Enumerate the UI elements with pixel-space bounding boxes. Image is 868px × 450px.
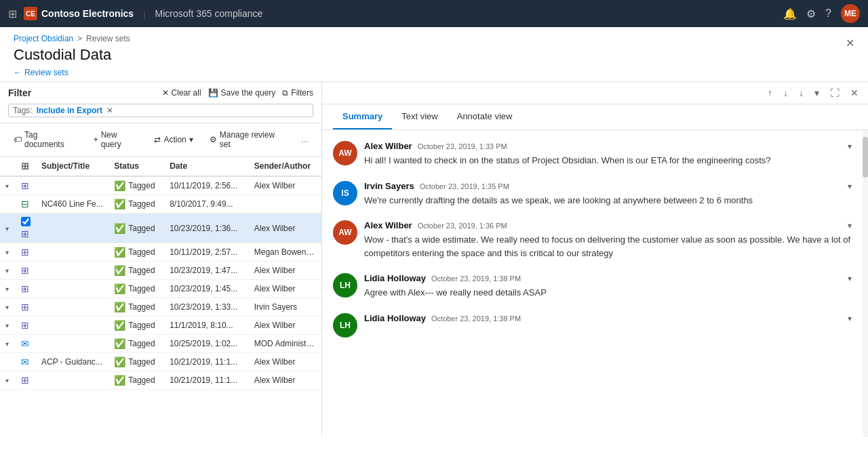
status-icon: ✅ xyxy=(114,375,125,386)
settings-icon[interactable]: ⚙ xyxy=(806,7,816,20)
col-subject[interactable]: Subject/Title xyxy=(36,157,108,176)
sender-cell: Alex Wilber xyxy=(249,213,321,243)
filter-tag-close-button[interactable]: ✕ xyxy=(106,106,113,115)
subject-cell xyxy=(36,335,108,353)
manage-review-button[interactable]: ⚙ Manage review set xyxy=(204,127,290,152)
action-label: Action xyxy=(163,135,186,144)
status-cell: ✅ Tagged xyxy=(108,213,164,243)
clear-all-button[interactable]: ✕ Clear all xyxy=(162,88,201,98)
sender-cell: Alex Wilber xyxy=(249,280,321,298)
tab-annotate-view[interactable]: Annotate view xyxy=(448,104,522,129)
table-row[interactable]: ▾ ⊞ ✅ Tagged 10/11/2019, 2:56... Alex Wi… xyxy=(0,176,321,195)
message-sender: Lidia Holloway xyxy=(364,313,426,323)
status-cell: ✅ Tagged xyxy=(108,316,164,335)
top-navigation: ⊞ CE Contoso Electronics | Microsoft 365… xyxy=(0,0,868,27)
table-row[interactable]: ▾ ⊞ ✅ Tagged 10/23/2019, 1:45... Alex Wi… xyxy=(0,280,321,298)
sender-cell: Alex Wilber xyxy=(249,316,321,335)
filters-button[interactable]: ⧉ Filters xyxy=(282,88,313,98)
message-expand-button[interactable]: ▾ xyxy=(848,314,852,323)
back-button[interactable]: ← Review sets xyxy=(14,68,130,77)
next-item-button[interactable]: ↓ xyxy=(781,86,791,100)
table-row[interactable]: ▾ ⊞ ✅ Tagged 10/23/2019, 1:33... Irvin S… xyxy=(0,298,321,316)
tag-documents-label: Tag documents xyxy=(24,130,77,149)
status-icon: ✅ xyxy=(114,247,125,258)
sender-cell: Alex Wilber xyxy=(249,353,321,371)
col-sender[interactable]: Sender/Author xyxy=(249,157,321,176)
expand-button[interactable]: ⛶ xyxy=(827,86,842,100)
expand-cell: ▾ xyxy=(0,280,16,298)
icon-cell: ⊞ xyxy=(16,280,36,298)
expand-button[interactable]: ▾ xyxy=(5,249,9,256)
breadcrumb-separator: > xyxy=(77,34,82,43)
date-cell: 11/1/2019, 8:10... xyxy=(164,316,249,335)
expand-button[interactable]: ▾ xyxy=(5,377,9,384)
action-icon: ⇄ xyxy=(154,135,161,144)
help-icon[interactable]: ? xyxy=(825,7,831,20)
message-expand-button[interactable]: ▾ xyxy=(848,142,852,151)
table-row[interactable]: ▾ ✉ ✅ Tagged 10/25/2019, 1:02... MOD Adm… xyxy=(0,335,321,353)
col-status[interactable]: Status xyxy=(108,157,164,176)
expand-button[interactable]: ▾ xyxy=(5,304,9,311)
teams-icon: ⊞ xyxy=(21,180,29,191)
expand-cell: ▾ xyxy=(0,298,16,316)
table-row[interactable]: ✉ ACP - Guidanc... ✅ Tagged 10/21/2019, … xyxy=(0,353,321,371)
date-cell: 8/10/2017, 9:49... xyxy=(164,195,249,213)
message-sender: Alex Wilber xyxy=(364,141,412,151)
user-avatar[interactable]: ME xyxy=(841,4,860,23)
filter-header: Filter ✕ Clear all 💾 Save the query ⧉ Fi… xyxy=(8,87,313,98)
table-row[interactable]: ▾ ⊞ ✅ Tagged 10/23/2019, 1:36... Alex Wi… xyxy=(0,213,321,243)
expand-cell: ▾ xyxy=(0,243,16,262)
subject-cell: NC460 Line Fe... xyxy=(36,195,108,213)
message-expand-button[interactable]: ▾ xyxy=(848,274,852,283)
message-expand-button[interactable]: ▾ xyxy=(848,182,852,191)
save-query-button[interactable]: 💾 Save the query xyxy=(208,88,276,98)
teams-icon: ⊞ xyxy=(21,228,29,239)
icon-cell: ✉ xyxy=(16,353,36,371)
tab-text-view[interactable]: Text view xyxy=(392,104,447,129)
status-icon: ✅ xyxy=(114,302,125,312)
icon-cell: ⊞ xyxy=(16,262,36,280)
expand-button[interactable]: ▾ xyxy=(5,285,9,293)
more-options-button[interactable]: ... xyxy=(296,132,313,147)
expand-button[interactable]: ▾ xyxy=(5,182,9,190)
download-chevron-button[interactable]: ▾ xyxy=(812,86,822,100)
status-cell: ✅ Tagged xyxy=(108,353,164,371)
teams-icon: ⊞ xyxy=(21,265,29,276)
scrollbar-thumb[interactable] xyxy=(863,137,868,178)
save-label: Save the query xyxy=(221,88,276,98)
expand-button[interactable]: ▾ xyxy=(5,322,9,329)
col-date[interactable]: Date xyxy=(164,157,249,176)
date-cell: 10/23/2019, 1:36... xyxy=(164,213,249,243)
close-panel-button[interactable]: ✕ xyxy=(848,86,861,100)
download-button[interactable]: ↓ xyxy=(796,86,806,100)
tab-summary[interactable]: Summary xyxy=(333,104,392,129)
subject-cell: ACP - Guidanc... xyxy=(36,353,108,371)
prev-item-button[interactable]: ↑ xyxy=(765,86,775,100)
message-time: October 23, 2019, 1:36 PM xyxy=(418,222,507,230)
message-item: LH Lidia Holloway October 23, 2019, 1:38… xyxy=(333,273,852,300)
action-dropdown[interactable]: ⇄ Action ▾ xyxy=(149,132,198,147)
expand-button[interactable]: ▾ xyxy=(5,340,9,348)
status-label: Tagged xyxy=(128,266,155,275)
breadcrumb-project[interactable]: Project Obsidian xyxy=(14,34,73,43)
date-cell: 10/11/2019, 2:56... xyxy=(164,176,249,195)
action-chevron-icon: ▾ xyxy=(189,135,193,144)
message-header: Lidia Holloway October 23, 2019, 1:38 PM… xyxy=(364,273,852,283)
message-expand-button[interactable]: ▾ xyxy=(848,221,852,230)
subject-cell xyxy=(36,176,108,195)
new-query-button[interactable]: + New query xyxy=(88,127,144,152)
scrollbar-track[interactable] xyxy=(863,130,868,437)
table-row[interactable]: ▾ ⊞ ✅ Tagged 10/21/2019, 11:1... Alex Wi… xyxy=(0,371,321,390)
table-row[interactable]: ▾ ⊞ ✅ Tagged 10/11/2019, 2:57... Megan B… xyxy=(0,243,321,262)
table-row[interactable]: ▾ ⊞ ✅ Tagged 11/1/2019, 8:10... Alex Wil… xyxy=(0,316,321,335)
close-page-button[interactable]: ✕ xyxy=(846,37,854,49)
table-row[interactable]: ⊟ NC460 Line Fe... ✅ Tagged 8/10/2017, 9… xyxy=(0,195,321,213)
expand-button[interactable]: ▾ xyxy=(5,267,9,274)
grid-icon[interactable]: ⊞ xyxy=(8,7,17,20)
tag-documents-button[interactable]: 🏷 Tag documents xyxy=(8,127,83,152)
date-cell: 10/23/2019, 1:47... xyxy=(164,262,249,280)
table-row[interactable]: ▾ ⊞ ✅ Tagged 10/23/2019, 1:47... Alex Wi… xyxy=(0,262,321,280)
notification-icon[interactable]: 🔔 xyxy=(783,7,797,20)
expand-button[interactable]: ▾ xyxy=(5,225,9,232)
row-checkbox[interactable] xyxy=(21,217,31,226)
